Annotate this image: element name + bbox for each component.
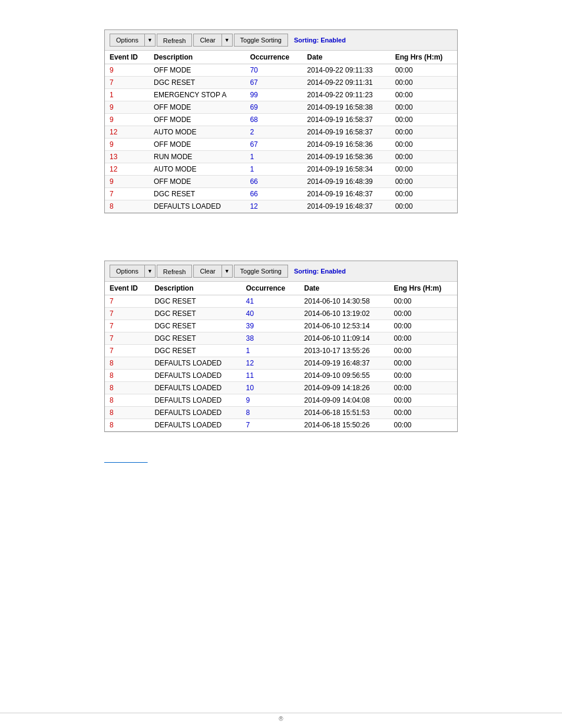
table-row: 8DEFAULTS LOADED122014-09-19 16:48:3700:… xyxy=(105,357,457,370)
table-row: 1EMERGENCY STOP A992014-09-22 09:11:2300… xyxy=(105,89,457,101)
table-row: 9OFF MODE662014-09-19 16:48:3900:00 xyxy=(105,176,457,188)
options-button-1[interactable]: Options xyxy=(110,34,144,47)
event-table-1: Event ID Description Occurrence Date Eng… xyxy=(105,51,457,213)
col-description-2: Description xyxy=(150,282,241,295)
table-row: 7DGC RESET662014-09-19 16:48:3700:00 xyxy=(105,188,457,200)
col-occurrence-2: Occurrence xyxy=(242,282,300,295)
table-row: 12AUTO MODE22014-09-19 16:58:3700:00 xyxy=(105,126,457,139)
col-date-2: Date xyxy=(299,282,389,295)
refresh-button-1[interactable]: Refresh xyxy=(157,34,193,47)
table-row: 7DGC RESET382014-06-10 11:09:1400:00 xyxy=(105,332,457,345)
options-arrow-2[interactable]: ▼ xyxy=(144,265,156,278)
panel-1: Options ▼ Refresh Clear ▼ Toggle Sorting… xyxy=(104,29,458,213)
clear-button-2[interactable]: Clear xyxy=(193,265,221,278)
sorting-status-2: Sorting: Enabled xyxy=(294,268,346,275)
options-button-2[interactable]: Options xyxy=(110,265,144,278)
toggle-sorting-button-2[interactable]: Toggle Sorting xyxy=(234,265,288,278)
clear-button-1[interactable]: Clear xyxy=(193,34,221,47)
table-row: 9OFF MODE702014-09-22 09:11:3300:00 xyxy=(105,64,457,77)
col-date-1: Date xyxy=(302,51,390,64)
toolbar-1: Options ▼ Refresh Clear ▼ Toggle Sorting… xyxy=(105,30,457,51)
table-row: 8DEFAULTS LOADED92014-09-09 14:04:0800:0… xyxy=(105,394,457,407)
col-description-1: Description xyxy=(149,51,245,64)
table-row: 8DEFAULTS LOADED112014-09-10 09:56:5500:… xyxy=(105,370,457,382)
col-eng-hrs-1: Eng Hrs (H:m) xyxy=(391,51,457,64)
footer-link[interactable]: ____________ xyxy=(104,456,458,463)
table-row: 8DEFAULTS LOADED102014-09-09 14:18:2600:… xyxy=(105,382,457,394)
options-split-1[interactable]: Options ▼ xyxy=(110,34,156,47)
table-row: 13RUN MODE12014-09-19 16:58:3600:00 xyxy=(105,151,457,163)
toggle-sorting-button-1[interactable]: Toggle Sorting xyxy=(234,34,288,47)
sorting-status-1: Sorting: Enabled xyxy=(294,37,346,44)
table-header-row-2: Event ID Description Occurrence Date Eng… xyxy=(105,282,457,295)
options-split-2[interactable]: Options ▼ xyxy=(110,265,156,278)
table-row: 8DEFAULTS LOADED82014-06-18 15:51:5300:0… xyxy=(105,407,457,419)
panel-2: Options ▼ Refresh Clear ▼ Toggle Sorting… xyxy=(104,261,458,432)
clear-split-2[interactable]: Clear ▼ xyxy=(193,265,232,278)
table-row: 7DGC RESET672014-09-22 09:11:3100:00 xyxy=(105,77,457,89)
page-bottom: ® xyxy=(0,713,562,722)
table-row: 9OFF MODE682014-09-19 16:58:3700:00 xyxy=(105,114,457,126)
table-row: 7DGC RESET402014-06-10 13:19:0200:00 xyxy=(105,308,457,320)
event-table-2: Event ID Description Occurrence Date Eng… xyxy=(105,282,457,431)
page-marker: ® xyxy=(279,716,283,722)
clear-arrow-2[interactable]: ▼ xyxy=(222,265,233,278)
col-occurrence-1: Occurrence xyxy=(245,51,302,64)
table-row: 8DEFAULTS LOADED72014-06-18 15:50:2600:0… xyxy=(105,419,457,431)
clear-arrow-1[interactable]: ▼ xyxy=(222,34,233,47)
col-event-id-1: Event ID xyxy=(105,51,149,64)
col-event-id-2: Event ID xyxy=(105,282,150,295)
table-row: 8DEFAULTS LOADED122014-09-19 16:48:3700:… xyxy=(105,200,457,213)
col-eng-hrs-2: Eng Hrs (H:m) xyxy=(389,282,458,295)
table-header-row-1: Event ID Description Occurrence Date Eng… xyxy=(105,51,457,64)
clear-split-1[interactable]: Clear ▼ xyxy=(193,34,232,47)
table-row: 7DGC RESET12013-10-17 13:55:2600:00 xyxy=(105,345,457,357)
table-row: 7DGC RESET412014-06-10 14:30:5800:00 xyxy=(105,295,457,308)
table-row: 9OFF MODE672014-09-19 16:58:3600:00 xyxy=(105,139,457,151)
options-arrow-1[interactable]: ▼ xyxy=(144,34,156,47)
table-row: 12AUTO MODE12014-09-19 16:58:3400:00 xyxy=(105,163,457,176)
table-row: 9OFF MODE692014-09-19 16:58:3800:00 xyxy=(105,101,457,114)
table-row: 7DGC RESET392014-06-10 12:53:1400:00 xyxy=(105,320,457,332)
toolbar-2: Options ▼ Refresh Clear ▼ Toggle Sorting… xyxy=(105,261,457,282)
refresh-button-2[interactable]: Refresh xyxy=(157,265,193,278)
